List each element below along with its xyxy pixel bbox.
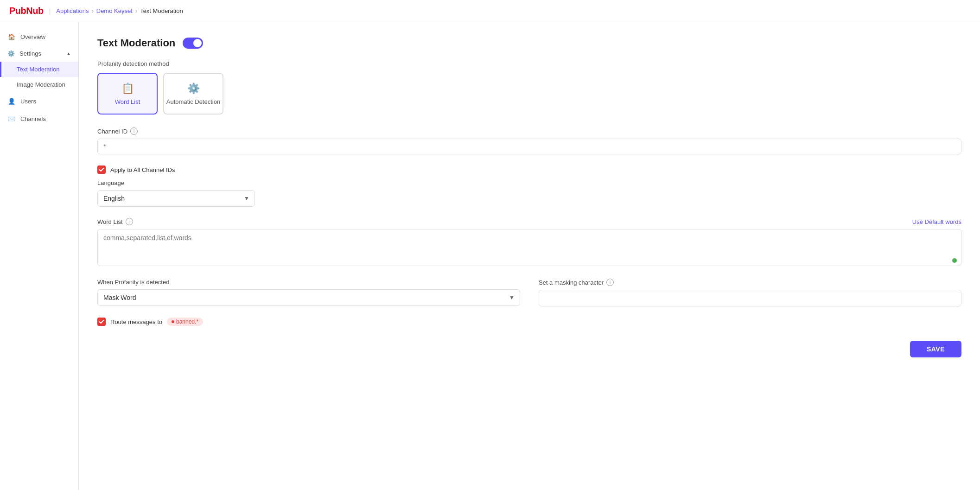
sidebar-label-image-moderation: Image Moderation xyxy=(17,81,65,88)
breadcrumb: Applications › Demo Keyset › Text Modera… xyxy=(56,7,183,14)
sidebar-item-image-moderation[interactable]: Image Moderation xyxy=(0,77,78,92)
banned-badge-text: banned.* xyxy=(176,318,198,325)
auto-detect-icon: ⚙️ xyxy=(187,83,200,95)
word-list-textarea[interactable] xyxy=(97,229,961,266)
language-label: Language xyxy=(97,179,961,186)
checkmark-icon xyxy=(99,167,104,172)
sidebar-label-channels: Channels xyxy=(20,115,46,122)
route-messages-checkbox[interactable] xyxy=(97,318,106,326)
word-list-card[interactable]: 📋 Word List xyxy=(97,73,158,115)
detection-method-section: Profanity detection method 📋 Word List ⚙… xyxy=(97,60,961,115)
channel-id-section: Channel ID i xyxy=(97,127,961,154)
word-list-header: Word List i Use Default words xyxy=(97,218,961,225)
breadcrumb-applications[interactable]: Applications xyxy=(56,7,89,14)
breadcrumb-sep-1: › xyxy=(91,7,93,14)
save-button[interactable]: SAVE xyxy=(910,341,961,357)
topnav: PubNub | Applications › Demo Keyset › Te… xyxy=(0,0,980,22)
detection-cards: 📋 Word List ⚙️ Automatic Detection xyxy=(97,73,961,115)
masking-char-input[interactable]: $ xyxy=(539,290,961,306)
apply-all-row: Apply to All Channel IDs xyxy=(97,165,961,174)
breadcrumb-current: Text Moderation xyxy=(140,7,183,14)
profanity-action-col: When Profanity is detected Mask Word Blo… xyxy=(97,279,520,306)
word-list-section: Word List i Use Default words xyxy=(97,218,961,267)
breadcrumb-sep-2: › xyxy=(135,7,137,14)
badge-dot xyxy=(172,320,174,323)
sidebar-label-text-moderation: Text Moderation xyxy=(17,66,60,73)
language-select[interactable]: English Spanish French German Italian Po… xyxy=(97,190,255,207)
word-list-textarea-wrap xyxy=(97,229,961,267)
sidebar-section-settings[interactable]: ⚙️ Settings ▲ xyxy=(0,45,78,62)
route-messages-row: Route messages to banned.* xyxy=(97,318,961,326)
channel-id-input[interactable] xyxy=(97,139,961,154)
word-list-info-icon: i xyxy=(126,218,133,225)
when-profanity-label: When Profanity is detected xyxy=(97,279,520,286)
use-default-words-link[interactable]: Use Default words xyxy=(912,218,961,225)
textarea-status-dot xyxy=(952,258,957,263)
person-icon: 👤 xyxy=(7,97,16,105)
layout: 🏠 Overview ⚙️ Settings ▲ Text Moderation… xyxy=(0,22,980,490)
profanity-select-wrap: Mask Word Block Message Flag Message ▼ xyxy=(97,289,520,306)
home-icon: 🏠 xyxy=(7,32,16,41)
profanity-action-row: When Profanity is detected Mask Word Blo… xyxy=(97,279,961,306)
masking-char-info-icon: i xyxy=(606,279,614,286)
word-list-label: Word List xyxy=(115,98,140,105)
word-list-label: Word List i xyxy=(97,218,133,225)
route-messages-label: Route messages to xyxy=(110,318,162,325)
profanity-detection-label: Profanity detection method xyxy=(97,60,961,67)
sidebar-settings-children: Text Moderation Image Moderation xyxy=(0,62,78,92)
language-section: Language English Spanish French German I… xyxy=(97,179,961,207)
sidebar-item-users[interactable]: 👤 Users xyxy=(0,92,78,110)
sidebar-item-channels[interactable]: ✉️ Channels xyxy=(0,110,78,127)
automatic-detection-card[interactable]: ⚙️ Automatic Detection xyxy=(163,73,223,115)
main-content: Text Moderation Profanity detection meth… xyxy=(79,22,980,490)
masking-char-label: Set a masking character i xyxy=(539,279,961,286)
text-moderation-toggle[interactable] xyxy=(183,38,203,49)
nav-divider: | xyxy=(49,7,51,15)
word-list-icon: 📋 xyxy=(121,83,134,95)
sidebar-item-overview[interactable]: 🏠 Overview xyxy=(0,28,78,45)
sidebar-label-overview: Overview xyxy=(20,33,45,40)
channel-id-info-icon: i xyxy=(130,127,138,135)
breadcrumb-demo-keyset[interactable]: Demo Keyset xyxy=(96,7,133,14)
toggle-slider xyxy=(183,38,203,49)
channel-id-label: Channel ID i xyxy=(97,127,961,135)
apply-all-label: Apply to All Channel IDs xyxy=(110,166,175,173)
language-select-wrap: English Spanish French German Italian Po… xyxy=(97,190,255,207)
pubnub-logo: PubNub xyxy=(9,6,44,16)
apply-all-checkbox[interactable] xyxy=(97,165,106,174)
masking-char-col: Set a masking character i $ xyxy=(539,279,961,306)
sidebar-item-text-moderation[interactable]: Text Moderation xyxy=(0,62,78,77)
sidebar-label-settings: Settings xyxy=(19,50,41,57)
profanity-action-select[interactable]: Mask Word Block Message Flag Message xyxy=(97,289,520,306)
gear-icon: ⚙️ xyxy=(7,50,15,57)
page-title: Text Moderation xyxy=(97,37,175,49)
save-button-wrap: SAVE xyxy=(97,341,961,357)
mail-icon: ✉️ xyxy=(7,115,16,123)
banned-badge: banned.* xyxy=(167,318,203,326)
sidebar: 🏠 Overview ⚙️ Settings ▲ Text Moderation… xyxy=(0,22,79,490)
chevron-up-icon: ▲ xyxy=(66,51,71,56)
automatic-detection-label: Automatic Detection xyxy=(166,98,220,105)
sidebar-label-users: Users xyxy=(20,98,36,105)
route-checkmark-icon xyxy=(99,319,104,325)
page-header: Text Moderation xyxy=(97,37,961,49)
